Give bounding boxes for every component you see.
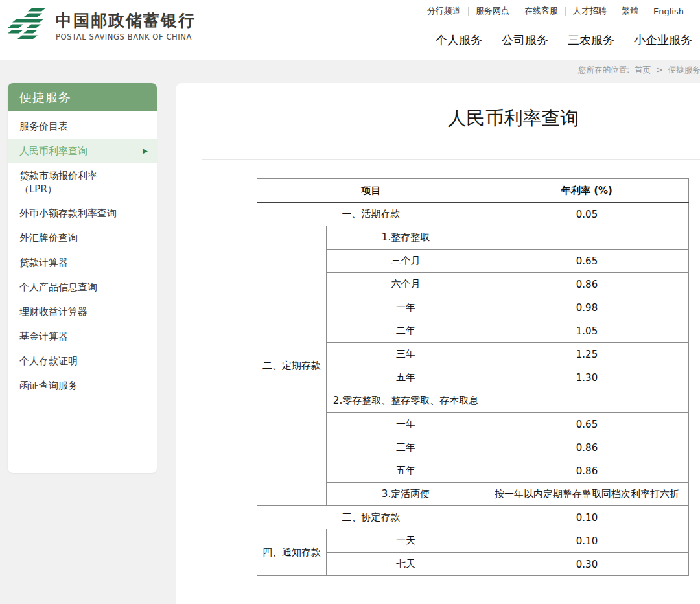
- rate-value: 0.10: [485, 529, 689, 553]
- rate-value: 0.86: [485, 459, 689, 483]
- sub-label: 2.零存整取、整存零取、存本取息: [327, 389, 485, 413]
- rate-value: 0.65: [485, 413, 689, 436]
- sidebar-item-label: 人民币利率查询: [19, 139, 88, 163]
- rate-value: 0.98: [485, 296, 689, 319]
- rate-value-empty: [485, 226, 689, 250]
- main-content-panel: 人民币利率查询 项目 年利率 (%) 一、活期存款 0.05 二、定期存款 1.…: [176, 83, 700, 604]
- table-row-notice-1d: 四、通知存款 一天 0.10: [257, 529, 689, 553]
- term-label: 七天: [327, 553, 485, 576]
- term-label: 二年: [327, 319, 485, 343]
- row-label: 三、协定存款: [257, 506, 485, 529]
- utility-link-traditional-chinese[interactable]: 繁體: [614, 5, 646, 17]
- main-nav: 个人服务 公司服务 三农服务 小企业服务: [436, 32, 692, 48]
- rate-value: 0.65: [485, 250, 689, 273]
- rate-value: 0.86: [485, 436, 689, 459]
- row-label: 一、活期存款: [257, 203, 485, 226]
- row-label-fixed-deposit: 二、定期存款: [257, 226, 327, 506]
- sidebar: 便捷服务 服务价目表 人民币利率查询 ▶ 贷款市场报价利率 （LPR） 外币小额…: [8, 83, 157, 473]
- rate-value: 1.30: [485, 366, 689, 389]
- sidebar-menu: 服务价目表 人民币利率查询 ▶ 贷款市场报价利率 （LPR） 外币小额存款利率查…: [8, 114, 157, 398]
- breadcrumb-prefix: 您所在的位置:: [578, 65, 629, 75]
- sidebar-item-label-line2: （LPR）: [19, 183, 157, 196]
- table-row-lump-sum-title: 二、定期存款 1.整存整取: [257, 226, 689, 250]
- sub-label: 1.整存整取: [327, 226, 485, 250]
- utility-link-english[interactable]: English: [646, 6, 691, 16]
- rate-value-empty: [485, 389, 689, 413]
- row-label-notice-deposit: 四、通知存款: [257, 529, 327, 576]
- sidebar-item-forex-quotes[interactable]: 外汇牌价查询: [8, 226, 157, 250]
- rate-value: 1.05: [485, 319, 689, 343]
- term-label: 一天: [327, 529, 485, 553]
- utility-link-online-service[interactable]: 在线客服: [517, 5, 565, 17]
- sidebar-item-fund-calculator[interactable]: 基金计算器: [8, 324, 157, 349]
- term-label: 一年: [327, 413, 485, 436]
- page-title: 人民币利率查询: [176, 83, 700, 131]
- brand-logo[interactable]: 中国邮政储蓄银行 POSTAL SAVINGS BANK OF CHINA: [6, 6, 196, 45]
- nav-rural-services[interactable]: 三农服务: [568, 32, 614, 48]
- sidebar-title: 便捷服务: [8, 83, 157, 111]
- brand-name-cn: 中国邮政储蓄银行: [56, 11, 196, 30]
- table-row-demand-deposit: 一、活期存款 0.05: [257, 203, 689, 226]
- column-header-rate: 年利率 (%): [485, 179, 689, 203]
- term-label: 一年: [327, 296, 485, 319]
- utility-link-branch-channel[interactable]: 分行频道: [420, 5, 468, 17]
- chevron-right-icon: ▶: [143, 148, 148, 154]
- sidebar-item-rmb-rate-inquiry[interactable]: 人民币利率查询 ▶: [8, 139, 157, 163]
- sidebar-item-loan-calculator[interactable]: 贷款计算器: [8, 250, 157, 275]
- breadcrumb-separator: >: [656, 65, 662, 75]
- rate-value: 0.05: [485, 203, 689, 226]
- term-label: 五年: [327, 366, 485, 389]
- utility-link-recruitment[interactable]: 人才招聘: [566, 5, 614, 17]
- table-header-row: 项目 年利率 (%): [257, 179, 689, 203]
- utility-link-service-outlets[interactable]: 服务网点: [469, 5, 517, 17]
- sidebar-item-wealth-calculator[interactable]: 理财收益计算器: [8, 299, 157, 324]
- rate-note: 按一年以内定期整存整取同档次利率打六折: [485, 483, 689, 506]
- sidebar-item-label: 贷款市场报价利率: [19, 169, 157, 183]
- nav-corporate-services[interactable]: 公司服务: [502, 32, 548, 48]
- rate-value: 0.30: [485, 553, 689, 576]
- divider: [202, 159, 700, 160]
- term-label: 六个月: [327, 273, 485, 296]
- utility-nav: 分行频道 服务网点 在线客服 人才招聘 繁體 English: [420, 5, 691, 17]
- sidebar-item-deposit-certificate[interactable]: 个人存款证明: [8, 349, 157, 373]
- nav-personal-services[interactable]: 个人服务: [436, 32, 482, 48]
- site-header: 中国邮政储蓄银行 POSTAL SAVINGS BANK OF CHINA 分行…: [0, 0, 700, 60]
- rmb-rate-table: 项目 年利率 (%) 一、活期存款 0.05 二、定期存款 1.整存整取 三个月…: [257, 178, 689, 576]
- sidebar-item-personal-product-inquiry[interactable]: 个人产品信息查询: [8, 275, 157, 299]
- term-label: 三个月: [327, 250, 485, 273]
- psbc-emblem-icon: [6, 6, 48, 45]
- sidebar-item-lpr[interactable]: 贷款市场报价利率 （LPR）: [8, 163, 157, 201]
- sidebar-item-confirmation-service[interactable]: 函证查询服务: [8, 373, 157, 398]
- term-label: 三年: [327, 343, 485, 366]
- sidebar-item-foreign-currency-rate[interactable]: 外币小额存款利率查询: [8, 201, 157, 226]
- sidebar-item-service-price-list[interactable]: 服务价目表: [8, 114, 157, 139]
- term-label: 三年: [327, 436, 485, 459]
- sub-label: 3.定活两便: [327, 483, 485, 506]
- rate-value: 0.10: [485, 506, 689, 529]
- table-row-agreement-deposit: 三、协定存款 0.10: [257, 506, 689, 529]
- term-label: 五年: [327, 459, 485, 483]
- breadcrumb-home-link[interactable]: 首页: [635, 65, 651, 75]
- rate-value: 0.86: [485, 273, 689, 296]
- brand-name-en: POSTAL SAVINGS BANK OF CHINA: [56, 32, 196, 41]
- rate-value: 1.25: [485, 343, 689, 366]
- nav-small-business-services[interactable]: 小企业服务: [634, 32, 692, 48]
- breadcrumb-current[interactable]: 便捷服务: [668, 65, 700, 75]
- column-header-item: 项目: [257, 179, 485, 203]
- breadcrumb: 您所在的位置: 首页 > 便捷服务: [578, 65, 700, 76]
